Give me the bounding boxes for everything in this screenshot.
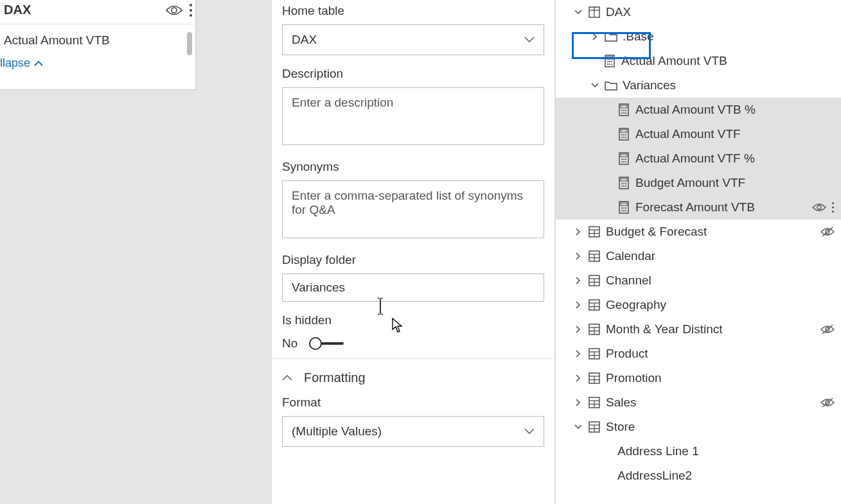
svg-point-44 [621,186,623,187]
format-select[interactable]: (Multiple Values) [282,416,544,447]
svg-point-0 [172,8,177,13]
folder-icon [605,80,617,91]
chevron-right-icon [574,350,583,358]
measure-icon [617,103,630,116]
svg-rect-48 [621,203,627,205]
tree-folder-variances[interactable]: Variances [556,73,841,98]
svg-point-3 [190,14,192,17]
tree-table-dax[interactable]: DAX [556,0,841,24]
svg-point-56 [832,202,834,204]
tree-measure[interactable]: Forecast Amount VTB [556,195,841,220]
svg-point-53 [623,210,624,211]
more-icon[interactable] [831,202,835,213]
home-table-value: DAX [292,33,317,47]
tree-label: Month & Year Distinct [606,322,815,336]
scrollbar-thumb[interactable] [187,32,192,55]
table-icon [588,226,601,238]
is-hidden-label: Is hidden [282,313,544,327]
tree-label: Budget Amount VTF [635,176,835,190]
is-hidden-value: No [282,336,297,351]
chevron-right-icon [574,374,583,382]
folder-icon [605,31,617,42]
chevron-right-icon [574,277,583,284]
svg-point-34 [623,159,624,160]
tree-label: Channel [606,274,835,288]
visibility-icon[interactable] [166,4,182,16]
tree-measure[interactable]: Actual Amount VTF % [556,146,841,171]
tree-measure[interactable]: Actual Amount VTF [556,122,841,146]
measure-icon [617,201,630,214]
svg-point-18 [623,110,624,111]
synonyms-label: Synonyms [282,160,544,174]
tree-column[interactable]: AddressLine2 [556,464,841,488]
table-icon [588,275,601,286]
tree-folder-base[interactable]: .Base [556,24,841,49]
display-folder-label: Display folder [282,253,544,267]
measure-icon [603,55,616,67]
more-icon[interactable] [189,3,193,17]
table-icon [588,397,601,408]
tree-table[interactable]: Calendar [556,244,841,268]
svg-point-17 [621,110,623,111]
tree-measure[interactable]: Actual Amount VTB % [556,98,841,122]
tree-label: DAX [606,5,835,19]
tree-table[interactable]: Sales [556,390,841,415]
synonyms-input[interactable] [282,180,544,238]
collapse-link[interactable]: llapse [0,53,195,78]
tree-measure[interactable]: Budget Amount VTF [556,171,841,195]
home-table-select[interactable]: DAX [282,24,544,55]
svg-point-54 [625,210,626,211]
svg-point-50 [623,207,624,209]
formatting-section-header[interactable]: Formatting [272,358,554,392]
svg-point-42 [623,183,624,184]
tree-table[interactable]: Product [556,342,841,366]
chevron-down-icon [574,10,583,15]
table-icon [588,421,601,433]
hidden-icon [820,324,835,335]
svg-point-12 [607,64,608,65]
left-panel-header: DAX [0,0,195,24]
chevron-down-icon [524,428,535,435]
svg-point-1 [190,4,192,6]
svg-point-58 [832,211,834,213]
chevron-down-icon [590,83,599,88]
format-value: (Multiple Values) [292,424,382,439]
left-panel-title: DAX [4,3,31,17]
tree-table[interactable]: Store [556,415,841,439]
table-icon [588,348,601,360]
tree-table[interactable]: Promotion [556,366,841,390]
tree-label: Product [606,347,835,361]
tree-table[interactable]: Month & Year Distinct [556,317,841,342]
table-icon [588,250,601,262]
measure-icon [617,128,630,141]
tree-label: .Base [623,30,835,44]
svg-point-38 [625,161,626,162]
chevron-right-icon [590,33,599,40]
tree-table[interactable]: Channel [556,268,841,293]
svg-rect-32 [621,154,627,157]
tree-column[interactable]: Address Line 1 [556,439,841,464]
svg-rect-40 [621,178,627,181]
svg-point-49 [621,207,623,209]
svg-rect-8 [606,56,613,59]
tree-table[interactable]: Budget & Forecast [556,220,841,244]
tree-measure[interactable]: Actual Amount VTB [556,49,841,73]
svg-point-28 [621,137,623,138]
table-icon [588,6,601,18]
is-hidden-toggle[interactable] [309,337,344,350]
measure-icon [617,152,630,165]
chevron-right-icon [574,228,583,236]
svg-point-13 [609,64,610,65]
svg-point-21 [623,112,624,114]
svg-point-43 [625,183,626,184]
tree-label: Sales [606,395,815,410]
svg-point-25 [621,134,623,135]
left-panel: DAX Actual Amount VTB llapse [0,0,196,90]
description-input[interactable] [282,87,544,145]
visibility-icon[interactable] [812,202,826,213]
tree-table[interactable]: Geography [556,293,841,317]
display-folder-input[interactable] [282,274,544,302]
left-list-item[interactable]: Actual Amount VTB [0,24,195,53]
chevron-right-icon [574,252,583,260]
description-label: Description [282,67,544,81]
